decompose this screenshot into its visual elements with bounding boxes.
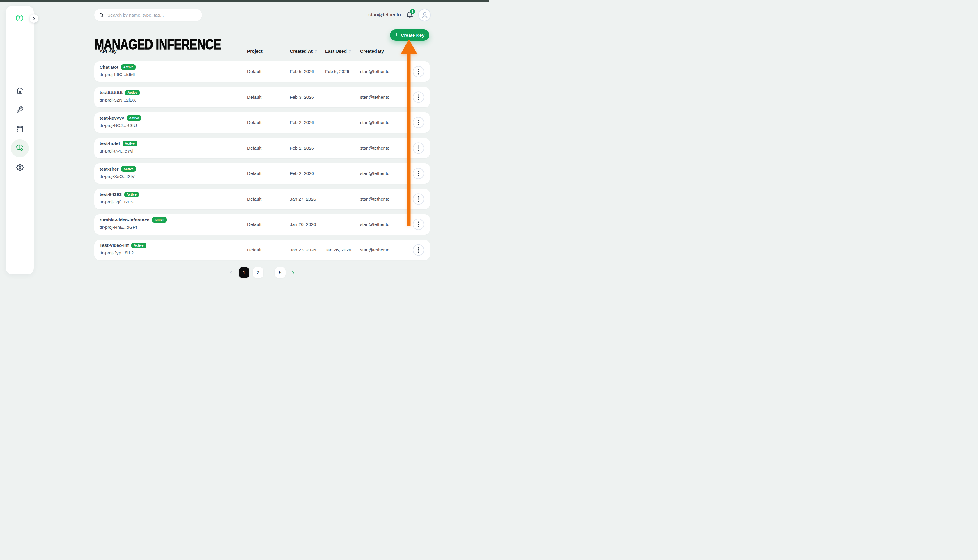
created-by-cell: stan@tether.to: [360, 214, 390, 235]
created-at-cell: Jan 26, 2026: [290, 214, 316, 235]
row-actions-button[interactable]: [413, 92, 424, 103]
row-actions-button[interactable]: [413, 193, 424, 205]
last-used-cell: Feb 5, 2026: [325, 62, 349, 82]
project-cell: Default: [247, 138, 262, 158]
logo-link[interactable]: [16, 15, 23, 22]
api-key-id: ttr-proj-XsO...I2IV: [100, 174, 136, 179]
api-key-table: Chat BotActive ttr-proj-L6C...td56 Defau…: [94, 62, 430, 260]
project-cell: Default: [247, 240, 262, 260]
brain-gear-icon: [16, 144, 24, 152]
api-key-name: test-keyyyy: [100, 115, 124, 121]
home-icon: [16, 87, 23, 94]
page-button-5[interactable]: 5: [275, 267, 285, 278]
created-by-cell: stan@tether.to: [360, 138, 390, 158]
search-input[interactable]: [107, 12, 197, 18]
api-key-id: ttr-proj-tK4...eYyl: [100, 148, 137, 154]
plus-icon: +: [395, 32, 398, 38]
row-actions-button[interactable]: [413, 219, 424, 230]
column-header-last-used[interactable]: Last Used: [325, 47, 352, 56]
sidebar-item-settings[interactable]: [13, 160, 27, 174]
chevron-left-icon: [229, 270, 233, 275]
status-badge: Active: [131, 243, 146, 248]
next-page-button[interactable]: [289, 267, 297, 278]
created-at-cell: Jan 23, 2026: [290, 240, 316, 260]
create-key-label: Create Key: [401, 33, 424, 38]
last-used-cell: Jan 26, 2026: [325, 240, 352, 260]
person-icon: [420, 10, 429, 19]
sidebar-item-data[interactable]: [13, 122, 27, 136]
database-icon: [16, 125, 23, 133]
status-badge: Active: [127, 115, 141, 121]
project-cell: Default: [247, 189, 262, 209]
pagination: 1 2 ... 5: [94, 267, 430, 278]
column-header-created-by: Created By: [360, 47, 384, 56]
column-header-project: Project: [247, 47, 263, 56]
page-button-1[interactable]: 1: [239, 267, 250, 278]
sort-icon: [314, 49, 318, 53]
top-strip: [0, 0, 489, 2]
api-key-name: Chat Bot: [100, 65, 118, 70]
pagination-ellipsis: ...: [267, 270, 272, 275]
search-bar: [94, 9, 202, 21]
sidebar-collapse-button[interactable]: [30, 14, 38, 23]
row-actions-button[interactable]: [413, 66, 424, 77]
wrench-icon: [16, 106, 23, 113]
api-key-name: Test-video-inf: [100, 243, 129, 248]
api-key-id: ttr-proj-3qf...rz0S: [100, 199, 139, 205]
api-key-id: ttr-proj-L6C...td56: [100, 72, 136, 77]
created-at-cell: Jan 27, 2026: [290, 189, 316, 209]
created-by-cell: stan@tether.to: [360, 112, 390, 133]
project-cell: Default: [247, 214, 262, 235]
gear-icon: [16, 164, 23, 171]
status-badge: Active: [125, 90, 140, 95]
row-actions-button[interactable]: [413, 168, 424, 179]
row-actions-button[interactable]: [413, 142, 424, 154]
created-by-cell: stan@tether.to: [360, 189, 390, 209]
sidebar-item-managed-inference[interactable]: [13, 141, 27, 155]
row-actions-button[interactable]: [413, 117, 424, 128]
created-by-cell: stan@tether.to: [360, 62, 390, 82]
search-icon: [99, 13, 104, 17]
previous-page-button[interactable]: [227, 267, 235, 278]
status-badge: Active: [124, 192, 139, 197]
sort-icon: [348, 49, 352, 53]
user-email: stan@tether.to: [368, 12, 401, 18]
created-by-cell: stan@tether.to: [360, 163, 390, 184]
project-cell: Default: [247, 87, 262, 107]
created-at-cell: Feb 2, 2026: [290, 112, 314, 133]
created-at-cell: Feb 2, 2026: [290, 163, 314, 184]
column-header-created-at[interactable]: Created At: [290, 47, 318, 56]
status-badge: Active: [121, 166, 136, 172]
table-row: test-keyyyyActive ttr-proj-BCJ...BSIU De…: [94, 112, 430, 133]
table-row: Test-video-infActive ttr-proj-Jyp...8IL2…: [94, 240, 430, 260]
table-header: API Key Project Created At Last Used Cre…: [94, 47, 430, 56]
api-key-id: ttr-proj-Jyp...8IL2: [100, 250, 146, 255]
column-header-api-key: API Key: [100, 47, 117, 56]
avatar[interactable]: [418, 9, 431, 21]
table-row: rumble-video-inferenceActive ttr-proj-Rn…: [94, 214, 430, 235]
table-row: test-hotelActive ttr-proj-tK4...eYyl Def…: [94, 138, 430, 158]
sidebar-item-tools[interactable]: [13, 102, 27, 117]
api-key-name: testtttttttttt: [100, 90, 123, 95]
project-cell: Default: [247, 163, 262, 184]
sidebar-item-home[interactable]: [13, 83, 27, 98]
api-key-id: ttr-proj-52N...2jDX: [100, 98, 140, 103]
chevron-right-icon: [32, 17, 36, 21]
project-cell: Default: [247, 62, 262, 82]
sidebar: [6, 6, 34, 275]
create-key-button[interactable]: + Create Key: [390, 29, 429, 41]
row-actions-button[interactable]: [413, 244, 424, 255]
api-key-name: rumble-video-inference: [100, 217, 149, 223]
status-badge: Active: [121, 64, 136, 70]
created-at-cell: Feb 2, 2026: [290, 138, 314, 158]
notification-badge: 1: [410, 9, 415, 14]
created-by-cell: stan@tether.to: [360, 87, 390, 107]
status-badge: Active: [123, 141, 137, 147]
created-by-cell: stan@tether.to: [360, 240, 390, 260]
notifications-button[interactable]: 1: [405, 10, 414, 19]
page-button-2[interactable]: 2: [253, 267, 263, 278]
created-at-cell: Feb 5, 2026: [290, 62, 314, 82]
api-key-name: test-hotel: [100, 141, 120, 146]
managed-inference-page: stan@tether.to 1 MANAGED INFERENCE + Cre…: [0, 0, 489, 280]
api-key-name: test-94393: [100, 192, 122, 197]
